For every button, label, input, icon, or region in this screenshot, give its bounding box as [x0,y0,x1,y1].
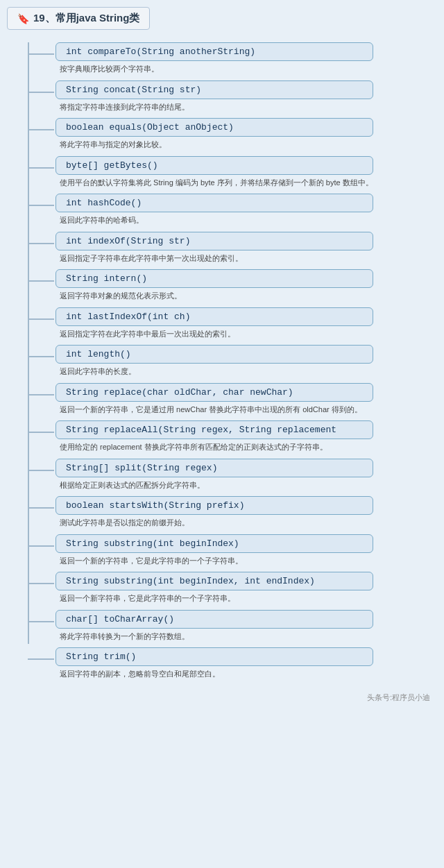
method-signature: String concat(String str) [56,80,373,99]
method-description: 返回字符串对象的规范化表示形式。 [60,290,373,302]
tree-item: int length()返回此字符串的长度。 [28,345,373,377]
method-description: 使用平台的默认字符集将此 String 编码为 byte 序列，并将结果存储到一… [60,177,373,189]
method-description: 测试此字符串是否以指定的前缀开始。 [60,517,373,529]
tree-item: String replace(char oldChar, char newCha… [28,383,373,416]
method-description: 按字典顺序比较两个字符串。 [60,63,373,75]
tree-item: boolean startsWith(String prefix)测试此字符串是… [28,496,373,529]
method-signature: byte[] getBytes() [56,156,373,175]
method-description: 返回一个新的字符串，它是此字符串的一个子字符串。 [60,555,373,567]
method-signature: String intern() [56,269,373,288]
method-signature: String substring(int beginIndex, int end… [56,572,373,590]
tree-item: String trim()返回字符串的副本，忽略前导空白和尾部空白。 [28,647,373,680]
tree-item: int indexOf(String str)返回指定子字符串在此字符串中第一次… [28,232,373,264]
method-description: 返回一个新的字符串，它是通过用 newChar 替换此字符串中出现的所有 old… [60,404,373,416]
methods-list: int compareTo(String anotherString)按字典顺序… [28,42,373,686]
method-signature: char[] toCharArray() [56,610,373,629]
tree-item: String substring(int beginIndex)返回一个新的字符… [28,534,373,567]
tree-item: int hashCode()返回此字符串的哈希码。 [28,194,373,226]
method-description: 根据给定正则表达式的匹配拆分此字符串。 [60,479,373,491]
page-title: 🔖 19、常用java String类 [7,7,150,30]
method-description: 返回此字符串的长度。 [60,366,373,377]
method-signature: int lastIndexOf(int ch) [56,307,373,326]
method-signature: String replace(char oldChar, char newCha… [56,383,373,402]
method-signature: int indexOf(String str) [56,232,373,250]
method-description: 将此字符串与指定的对象比较。 [60,139,373,151]
tree-container: int compareTo(String anotherString)按字典顺序… [7,42,437,686]
method-signature: int length() [56,345,373,364]
method-signature: boolean equals(Object anObject) [56,118,373,137]
tree-item: String substring(int beginIndex, int end… [28,572,373,604]
watermark: 头条号:程序员小迪 [7,692,437,703]
tree-item: byte[] getBytes()使用平台的默认字符集将此 String 编码为… [28,156,373,189]
method-description: 返回指定子字符串在此字符串中第一次出现处的索引。 [60,253,373,264]
method-signature: boolean startsWith(String prefix) [56,496,373,515]
method-description: 返回一个新字符串，它是此字符串的一个子字符串。 [60,593,373,604]
method-description: 使用给定的 replacement 替换此字符串所有匹配给定的正则表达式的子字符… [60,441,373,453]
method-description: 将此字符串转换为一个新的字符数组。 [60,631,373,643]
method-signature: int hashCode() [56,194,373,212]
title-text: 19、常用java String类 [33,12,139,25]
tree-item: char[] toCharArray()将此字符串转换为一个新的字符数组。 [28,610,373,643]
method-description: 返回指定字符在此字符串中最后一次出现处的索引。 [60,328,373,340]
tree-item: boolean equals(Object anObject)将此字符串与指定的… [28,118,373,151]
method-signature: int compareTo(String anotherString) [56,42,373,61]
method-signature: String trim() [56,647,373,666]
method-signature: String replaceAll(String regex, String r… [56,420,373,439]
tree-item: String concat(String str)将指定字符串连接到此字符串的结… [28,80,373,113]
method-description: 返回字符串的副本，忽略前导空白和尾部空白。 [60,668,373,680]
tree-item: int compareTo(String anotherString)按字典顺序… [28,42,373,75]
method-description: 将指定字符串连接到此字符串的结尾。 [60,101,373,113]
tree-item: String[] split(String regex)根据给定正则表达式的匹配… [28,459,373,491]
method-signature: String[] split(String regex) [56,459,373,477]
tree-item: String intern()返回字符串对象的规范化表示形式。 [28,269,373,302]
tree-item: int lastIndexOf(int ch)返回指定字符在此字符串中最后一次出… [28,307,373,340]
tree-item: String replaceAll(String regex, String r… [28,420,373,453]
title-icon: 🔖 [17,13,29,24]
method-description: 返回此字符串的哈希码。 [60,214,373,226]
method-signature: String substring(int beginIndex) [56,534,373,553]
